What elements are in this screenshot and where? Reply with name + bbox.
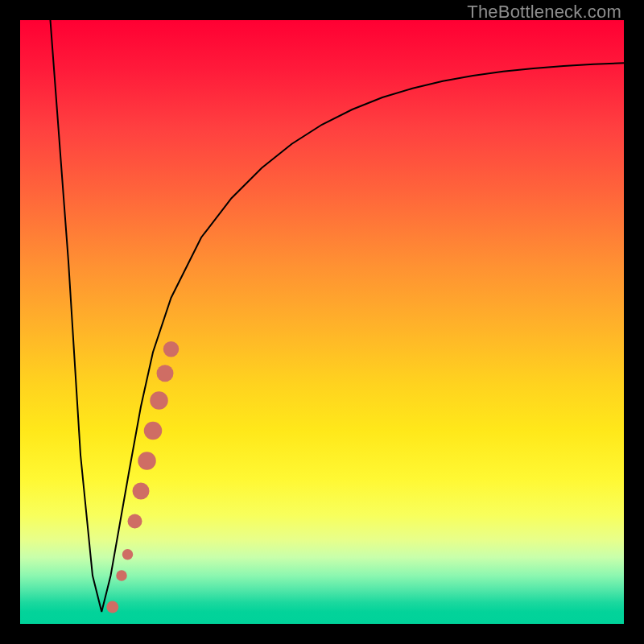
highlight-point [116, 570, 126, 581]
highlight-point [157, 365, 174, 382]
highlight-point [128, 514, 142, 529]
highlight-point [150, 391, 168, 410]
highlight-point [144, 422, 163, 440]
highlight-point [122, 549, 133, 560]
highlight-point [106, 601, 118, 613]
highlight-point [163, 341, 180, 357]
marker-layer [106, 341, 179, 613]
chart-svg [20, 20, 624, 624]
watermark-text: TheBottleneck.com [467, 2, 621, 23]
highlight-point [133, 483, 150, 500]
outer-frame: TheBottleneck.com [0, 0, 644, 644]
plot-area [20, 20, 624, 624]
highlight-point [138, 452, 156, 470]
